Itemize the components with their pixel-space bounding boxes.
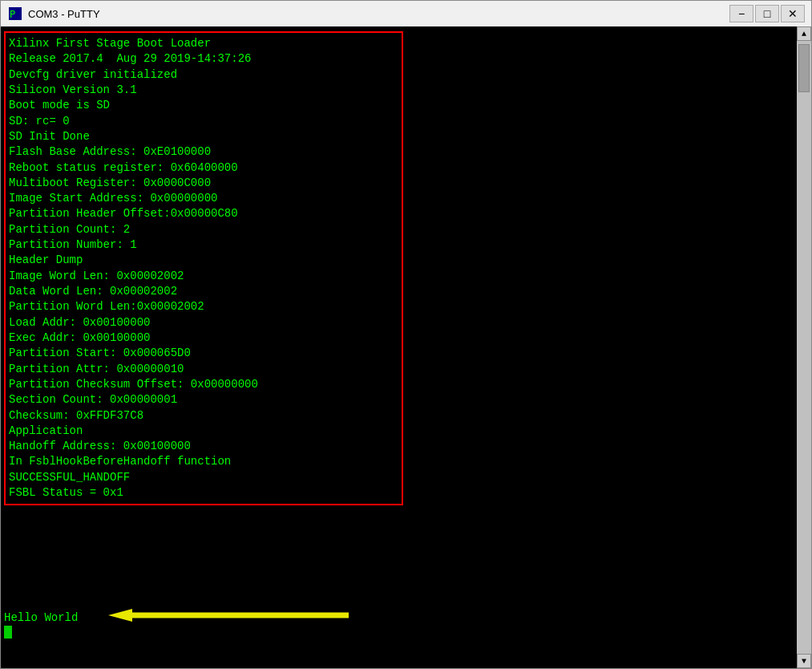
close-button[interactable]: ✕	[781, 5, 805, 22]
scroll-up-button[interactable]: ▲	[797, 26, 811, 41]
terminal-line: Handoff Address: 0x00100000	[9, 439, 398, 454]
terminal-line: Checksum: 0xFFDF37C8	[9, 408, 398, 424]
window-title: COM3 - PuTTY	[28, 8, 725, 20]
app-icon: P	[7, 6, 23, 22]
terminal-line: Partition Start: 0x000065D0	[9, 346, 398, 361]
svg-text:P: P	[10, 9, 15, 20]
terminal-line: Section Count: 0x00000001	[9, 392, 398, 407]
terminal-content[interactable]: Xilinx First Stage Boot Loader Release 2…	[1, 26, 797, 668]
terminal-line: Partition Attr: 0x00000010	[9, 362, 398, 377]
scrollbar-thumb[interactable]	[798, 44, 810, 92]
terminal-line: SD Init Done	[9, 129, 398, 144]
terminal-line: SUCCESSFUL_HANDOFF	[9, 470, 398, 485]
minimize-button[interactable]: −	[729, 5, 753, 22]
terminal-line: Partition Checksum Offset: 0x00000000	[9, 377, 398, 392]
terminal-line: Partition Number: 1	[9, 237, 398, 253]
scrollbar-track[interactable]	[797, 41, 811, 654]
scroll-down-icon: ▼	[802, 657, 806, 666]
terminal-line: Header Dump	[9, 253, 398, 268]
putty-window: P COM3 - PuTTY − □ ✕ Xilinx First Stage …	[0, 0, 812, 669]
terminal-line: Xilinx First Stage Boot Loader	[9, 36, 398, 51]
terminal-cursor	[4, 626, 12, 639]
title-bar: P COM3 - PuTTY − □ ✕	[1, 1, 811, 26]
terminal-line: In FsblHookBeforeHandoff function	[9, 454, 398, 469]
terminal-line: Boot mode is SD	[9, 98, 398, 113]
terminal-line: Exec Addr: 0x00100000	[9, 330, 398, 346]
terminal-line: Silicon Version 3.1	[9, 83, 398, 98]
terminal-line: Image Word Len: 0x00002002	[9, 269, 398, 284]
terminal-line: FSBL Status = 0x1	[9, 485, 398, 501]
cursor-line	[4, 626, 12, 644]
svg-marker-3	[108, 609, 132, 622]
maximize-button[interactable]: □	[755, 5, 779, 22]
terminal-line: Image Start Address: 0x00000000	[9, 191, 398, 206]
yellow-arrow-icon	[4, 601, 373, 628]
window-controls: − □ ✕	[729, 5, 805, 22]
terminal-line: Reboot status register: 0x60400000	[9, 160, 398, 176]
terminal-area: Xilinx First Stage Boot Loader Release 2…	[1, 26, 811, 668]
scroll-up-icon: ▲	[802, 30, 806, 39]
terminal-line: Load Addr: 0x00100000	[9, 315, 398, 330]
scrollbar: ▲ ▼	[797, 26, 811, 668]
scroll-down-button[interactable]: ▼	[797, 654, 811, 668]
terminal-line: Flash Base Address: 0xE0100000	[9, 144, 398, 160]
terminal-line: Partition Count: 2	[9, 222, 398, 237]
terminal-line: Partition Word Len:0x00002002	[9, 299, 398, 314]
hello-world-section: Hello World	[4, 610, 413, 626]
terminal-line: Multiboot Register: 0x0000C000	[9, 176, 398, 191]
terminal-line: Devcfg driver initialized	[9, 67, 398, 83]
terminal-line: Partition Header Offset:0x00000C80	[9, 206, 398, 221]
terminal-line: SD: rc= 0	[9, 114, 398, 129]
terminal-line: Release 2017.4 Aug 29 2019-14:37:26	[9, 51, 398, 67]
terminal-line: Application	[9, 424, 398, 439]
terminal-line: Data Word Len: 0x00002002	[9, 284, 398, 299]
red-highlight-box: Xilinx First Stage Boot Loader Release 2…	[4, 31, 403, 505]
